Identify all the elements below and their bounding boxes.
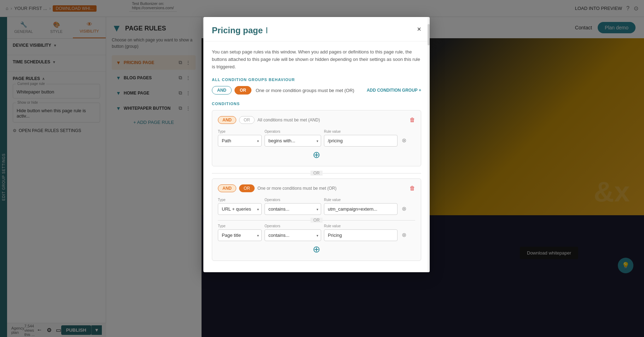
condition-2-operators-label-2: Operators (265, 224, 321, 228)
all-condition-groups-section: ALL CONDITION GROUPS BEHAVIOUR AND OR On… (212, 78, 421, 95)
condition-1-delete-button[interactable]: 🗑 (410, 117, 415, 123)
condition-2-type-select-1[interactable]: URL + queries Path Page title (218, 203, 262, 215)
condition-2-type-field-1: Type URL + queries Path Page title ▾ (218, 198, 262, 215)
condition-2-delete-button[interactable]: 🗑 (410, 185, 415, 192)
condition-2-rule-value-input-1[interactable] (324, 203, 398, 215)
condition-1-operators-select[interactable]: begins with... contains... equals (265, 135, 321, 147)
condition-2-operators-field-1: Operators contains... begins with... equ… (265, 198, 321, 215)
modal-body: You can setup page rules via this window… (203, 41, 430, 272)
condition-block-2-or-separator: OR (218, 218, 415, 223)
condition-2-type-label-1: Type (218, 198, 262, 202)
condition-1-type-select[interactable]: Path URL + queries Page title (218, 135, 262, 147)
or-button[interactable]: OR (234, 86, 251, 95)
condition-1-type-label: Type (218, 130, 262, 133)
condition-2-row-1: Type URL + queries Path Page title ▾ Ope… (218, 198, 415, 215)
modal-header: Pricing page I × (203, 17, 430, 41)
condition-1-or-button[interactable]: OR (239, 116, 255, 124)
condition-1-clear-button[interactable]: ⊗ (400, 137, 408, 144)
condition-2-clear-button-2[interactable]: ⊗ (400, 232, 408, 238)
condition-2-rule-value-label-1: Rule value (324, 198, 398, 202)
condition-block-1-header: AND OR All conditions must be met (AND) … (218, 116, 415, 124)
condition-1-operators-label: Operators (265, 130, 321, 133)
condition-2-rule-value-field-2: Rule value (324, 224, 398, 241)
condition-2-description: One or more conditions must be met (OR) (257, 186, 336, 191)
modal-title: Pricing page I (212, 25, 268, 35)
condition-1-type-field: Type Path URL + queries Page title ▾ (218, 130, 262, 147)
add-condition-2-row: ⊕ (218, 244, 415, 255)
all-condition-groups-header: ALL CONDITION GROUPS BEHAVIOUR (212, 78, 421, 82)
condition-block-2-or-sep-text: OR (311, 218, 323, 223)
modal-description: You can setup page rules via this window… (212, 48, 421, 70)
condition-2-and-button[interactable]: AND (218, 184, 236, 192)
condition-block-2-header: AND OR One or more conditions must be me… (218, 184, 415, 192)
or-separator: OR (212, 171, 421, 176)
condition-1-row-1: Type Path URL + queries Page title ▾ Ope… (218, 130, 415, 147)
condition-2-rule-value-input-2[interactable] (324, 229, 398, 241)
condition-2-type-field-2: Type Page title Path URL + queries ▾ (218, 224, 262, 241)
conditions-section: CONDITIONS AND OR All conditions must be… (212, 102, 421, 261)
condition-2-type-label-2: Type (218, 224, 262, 228)
condition-2-operators-select-2[interactable]: contains... begins with... equals (265, 229, 321, 241)
condition-1-rule-value-field: Rule value (324, 130, 398, 147)
condition-1-and-button[interactable]: AND (218, 116, 236, 124)
modal-scrollbar-track (428, 17, 430, 272)
condition-2-or-button[interactable]: OR (239, 184, 255, 192)
add-condition-1-row: ⊕ (218, 149, 415, 160)
condition-2-operators-select-1[interactable]: contains... begins with... equals (265, 203, 321, 215)
modal-scrollbar-thumb[interactable] (428, 24, 430, 45)
add-condition-1-button[interactable]: ⊕ (313, 149, 320, 160)
modal-title-cursor: I (266, 25, 268, 35)
condition-2-type-select-2[interactable]: Page title Path URL + queries (218, 229, 262, 241)
condition-2-clear-button-1[interactable]: ⊗ (400, 205, 408, 212)
condition-2-row-2: Type Page title Path URL + queries ▾ Ope… (218, 224, 415, 241)
add-condition-2-button[interactable]: ⊕ (313, 244, 320, 255)
modal-close-button[interactable]: × (417, 25, 421, 33)
condition-2-rule-value-label-2: Rule value (324, 224, 398, 228)
condition-2-operators-field-2: Operators contains... begins with... equ… (265, 224, 321, 241)
and-or-row: AND OR One or more condition groups must… (212, 86, 421, 95)
and-button[interactable]: AND (212, 86, 232, 95)
add-condition-group-button[interactable]: ADD CONDITION GROUP + (367, 88, 421, 93)
condition-1-operators-field: Operators begins with... contains... equ… (265, 130, 321, 147)
condition-2-rule-value-field-1: Rule value (324, 198, 398, 215)
condition-2-operators-label-1: Operators (265, 198, 321, 202)
condition-block-2: AND OR One or more conditions must be me… (212, 178, 421, 261)
or-condition-description: One or more condition groups must be met… (256, 88, 354, 93)
modal-title-text: Pricing page (212, 25, 263, 35)
conditions-header: CONDITIONS (212, 102, 421, 106)
or-separator-text: OR (311, 171, 323, 176)
condition-1-rule-value-input[interactable] (324, 135, 398, 147)
condition-1-description: All conditions must be met (AND) (257, 118, 320, 122)
pricing-page-modal: Pricing page I × You can setup page rule… (203, 17, 430, 272)
condition-1-rule-value-label: Rule value (324, 130, 398, 133)
condition-block-1: AND OR All conditions must be met (AND) … (212, 110, 421, 166)
